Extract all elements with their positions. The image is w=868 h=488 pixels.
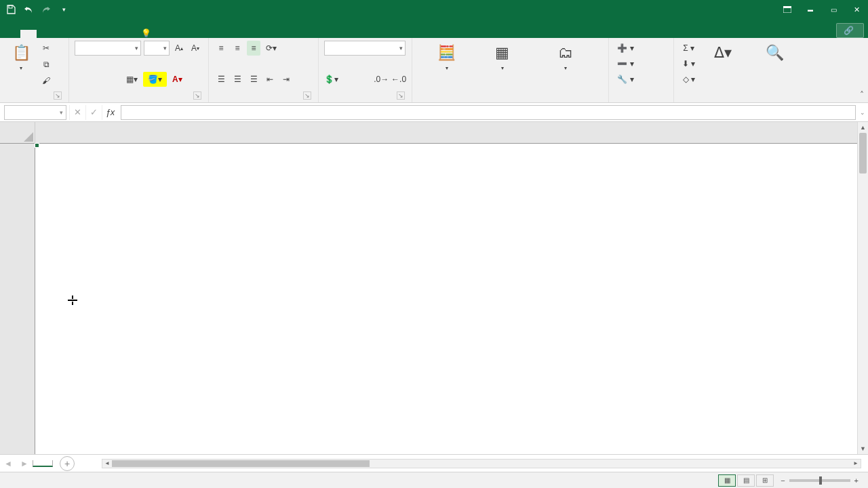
add-sheet-button[interactable]: + [60,456,75,471]
font-name-combo[interactable] [75,41,141,56]
sheet-nav-prev[interactable]: ◄ [0,459,16,468]
cancel-formula-button[interactable]: ✕ [69,105,85,120]
tab-formulas[interactable] [69,30,85,38]
paste-button[interactable]: 📋 ▾ [5,41,37,88]
conditional-formatting-button[interactable]: 🧮▾ [418,41,476,88]
tell-me-search[interactable]: 💡 [141,28,155,38]
font-dialog-launcher[interactable]: ↘ [193,92,201,100]
select-all-corner[interactable] [0,122,35,144]
font-color-button[interactable]: A▾ [170,72,185,87]
delete-cells-button[interactable]: ➖ ▾ [614,56,673,71]
sign-in-link[interactable] [823,28,833,33]
copy-button[interactable]: ⧉ [39,57,53,72]
expand-formula-bar-button[interactable]: ⌄ [860,109,865,116]
formula-bar: ✕ ✓ ƒx ⌄ [0,103,868,122]
percent-button[interactable] [341,72,355,87]
insert-cells-button[interactable]: ➕ ▾ [614,41,673,56]
horizontal-scroll-thumb[interactable] [112,460,370,467]
align-bottom-button[interactable]: ≡ [247,41,260,56]
row-headers [0,144,35,454]
tab-home[interactable] [20,30,37,38]
cell-styles-button[interactable]: 🗂▾ [528,41,603,88]
format-as-table-button[interactable]: ▦▾ [476,41,529,88]
format-painter-button[interactable]: 🖌 [39,73,53,88]
number-format-combo[interactable] [324,41,406,56]
scroll-left-arrow[interactable]: ◄ [102,460,112,468]
find-select-button[interactable]: 🔍 [748,41,801,88]
scroll-right-arrow[interactable]: ► [851,460,861,468]
sheet-nav-next[interactable]: ► [16,459,33,468]
tab-page-layout[interactable] [53,30,69,38]
ribbon-tabs: 💡 🔗 [0,19,868,38]
page-layout-view-button[interactable]: ▤ [737,474,755,487]
fill-color-button[interactable]: 🪣▾ [143,72,167,87]
align-left-button[interactable]: ☰ [214,72,228,87]
minimize-button[interactable] [799,0,822,19]
grow-font-button[interactable]: A▴ [172,41,186,56]
scroll-down-arrow[interactable]: ▼ [858,443,868,454]
formula-input[interactable] [121,105,856,120]
ribbon-display-options-icon[interactable] [776,0,799,19]
sort-filter-button[interactable]: ᐃ▾ [699,41,747,88]
collapse-ribbon-button[interactable]: ˄ [860,90,864,100]
vertical-scroll-thumb[interactable] [859,133,867,174]
styles-group-label [418,100,603,101]
tab-data[interactable] [85,30,102,38]
name-box[interactable] [4,105,66,120]
cell-grid[interactable] [35,144,857,454]
zoom-slider[interactable] [789,479,850,482]
tab-view[interactable] [118,30,134,38]
increase-decimal-button[interactable]: .0→ [374,72,389,87]
font-size-combo[interactable] [144,41,170,56]
align-top-button[interactable]: ≡ [214,41,228,56]
enter-formula-button[interactable]: ✓ [85,105,102,120]
tab-review[interactable] [102,30,118,38]
format-cells-button[interactable]: 🔧 ▾ [614,72,673,87]
sheet-tab-active[interactable] [33,460,53,467]
number-dialog-launcher[interactable]: ↘ [397,92,405,100]
share-icon: 🔗 [844,26,854,35]
clipboard-dialog-launcher[interactable]: ↘ [54,92,62,100]
cut-button[interactable]: ✂ [39,41,53,56]
page-break-view-button[interactable]: ⊞ [756,474,774,487]
qat-customize-icon[interactable]: ▾ [58,4,69,15]
autosum-button[interactable]: Σ ▾ [679,41,698,56]
vertical-scrollbar[interactable]: ▲ ▼ [857,122,868,454]
fill-handle[interactable] [35,143,39,148]
group-styles: 🧮▾ ▦▾ 🗂▾ [412,38,609,102]
clear-button[interactable]: ◇ ▾ [679,72,698,87]
close-button[interactable] [845,0,868,19]
redo-icon[interactable] [41,4,52,15]
orientation-button[interactable]: ⟳▾ [263,41,279,56]
align-right-button[interactable]: ☰ [247,72,260,87]
insert-function-button[interactable]: ƒx [102,105,118,120]
shrink-font-button[interactable]: A▾ [189,41,202,56]
fill-button[interactable]: ⬇ ▾ [679,56,698,71]
accounting-format-button[interactable]: 💲▾ [324,72,338,87]
zoom-slider-thumb[interactable] [819,476,822,485]
italic-button[interactable] [91,72,104,87]
share-button[interactable]: 🔗 [836,23,864,38]
undo-icon[interactable] [23,4,34,15]
normal-view-button[interactable]: ▦ [718,474,736,487]
maximize-button[interactable] [822,0,845,19]
tab-insert[interactable] [37,30,53,38]
decrease-indent-button[interactable]: ⇤ [263,72,277,87]
tab-file[interactable] [4,30,20,38]
zoom-in-button[interactable]: + [854,476,859,485]
save-icon[interactable] [5,4,16,15]
underline-button[interactable] [107,72,121,87]
horizontal-scrollbar[interactable]: ◄ ► [102,459,861,468]
decrease-decimal-button[interactable]: ←.0 [391,72,406,87]
align-center-button[interactable]: ☰ [231,72,244,87]
borders-button[interactable]: ▦▾ [123,72,140,87]
sheet-tab-bar: ◄ ► + ◄ ► [0,454,868,472]
scroll-up-arrow[interactable]: ▲ [858,122,868,133]
comma-style-button[interactable] [357,72,371,87]
alignment-dialog-launcher[interactable]: ↘ [303,92,311,100]
bold-button[interactable] [75,72,88,87]
clipboard-group-label: ↘ [5,100,63,101]
zoom-out-button[interactable]: − [781,476,785,485]
increase-indent-button[interactable]: ⇥ [279,72,293,87]
align-middle-button[interactable]: ≡ [231,41,244,56]
